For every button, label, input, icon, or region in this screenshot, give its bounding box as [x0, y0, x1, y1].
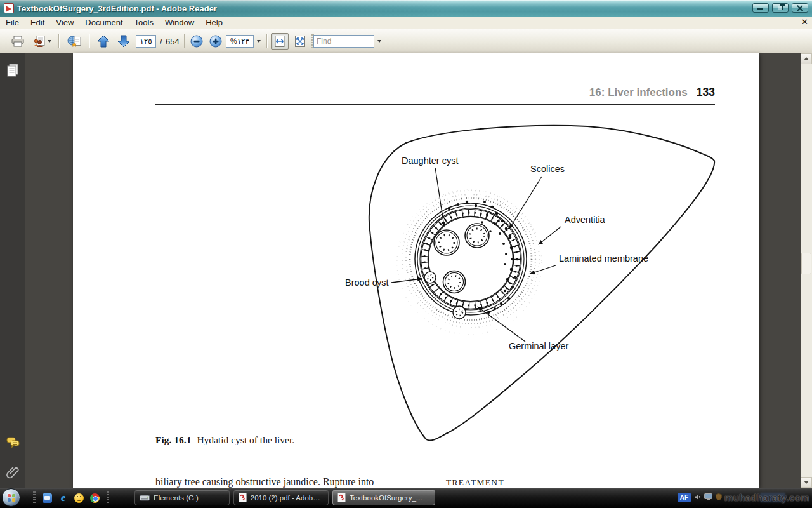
fit-page-icon — [294, 35, 306, 48]
drive-icon — [140, 494, 150, 502]
zoom-dropdown-button[interactable] — [254, 35, 263, 48]
scrollbar-thumb[interactable] — [801, 253, 811, 274]
pages-panel-icon[interactable] — [6, 64, 19, 80]
display-icon[interactable] — [704, 493, 712, 500]
title-bar: TextbookOfSurgery_3rdEdition.pdf - Adobe… — [0, 0, 812, 17]
menu-item-tools[interactable]: Tools — [129, 17, 159, 29]
fit-width-icon — [273, 35, 286, 48]
restore-icon — [778, 6, 783, 10]
quick-launch-bar: e — [29, 488, 113, 508]
pdf-icon — [337, 493, 346, 502]
messenger-smiley-icon[interactable] — [74, 493, 84, 504]
zoom-out-button[interactable] — [188, 33, 206, 50]
label-laminated-membrane: Laminated membrane — [559, 253, 648, 264]
find-dropdown-button[interactable] — [374, 35, 384, 48]
label-brood-cyst: Brood cyst — [345, 277, 389, 288]
collaborate-online-button[interactable] — [63, 33, 85, 50]
comments-panel-icon[interactable] — [6, 437, 20, 451]
quick-launch-handle[interactable] — [107, 491, 109, 504]
fit-width-button[interactable] — [271, 33, 289, 50]
page-total: 654 — [166, 37, 180, 46]
restore-button[interactable] — [772, 3, 789, 13]
page-number: 133 — [697, 86, 715, 99]
internet-explorer-icon[interactable]: e — [58, 493, 69, 504]
page-separator: / — [160, 37, 162, 46]
document-view[interactable]: 16: Liver infections 133 — [26, 53, 801, 488]
header-rule — [155, 104, 715, 105]
label-adventitia: Adventitia — [565, 215, 606, 225]
menu-item-edit[interactable]: Edit — [25, 17, 50, 29]
zoom-in-icon — [209, 34, 223, 48]
next-page-button[interactable] — [114, 33, 133, 50]
print-button[interactable] — [8, 33, 28, 50]
scroll-down-button[interactable] — [801, 477, 812, 488]
scroll-down-icon — [804, 481, 809, 484]
quick-launch-app-icon[interactable] — [42, 493, 53, 504]
globe-document-icon — [67, 36, 81, 47]
scroll-up-icon — [804, 57, 809, 60]
taskbar-button-2010-pdf[interactable]: 2010 (2).pdf - Adobe ... — [233, 490, 329, 505]
language-bar-indicator[interactable]: AF — [678, 493, 691, 502]
label-germinal-layer: Germinal layer — [509, 341, 568, 351]
label-daughter-cyst: Daughter cyst — [402, 156, 458, 166]
menu-item-window[interactable]: Window — [159, 17, 200, 29]
printer-icon — [11, 36, 24, 47]
figure-caption-text: Hydatid cyst of the liver. — [197, 434, 294, 445]
vertical-scrollbar[interactable] — [801, 53, 812, 488]
zoom-in-button[interactable] — [207, 33, 225, 50]
scroll-up-button[interactable] — [801, 53, 812, 64]
main-area: 16: Liver infections 133 — [0, 53, 812, 488]
zoom-level-input[interactable] — [226, 35, 254, 48]
find-caret-icon — [377, 40, 381, 43]
taskbar-button-textbook-pdf[interactable]: TextbookOfSurgery_... — [332, 490, 435, 505]
fit-page-button[interactable] — [291, 33, 309, 50]
minimize-button[interactable] — [752, 3, 769, 13]
previous-page-button[interactable] — [94, 33, 113, 50]
minimize-icon — [757, 8, 763, 10]
taskbar-button-elements[interactable]: Elements (G:) — [134, 490, 230, 505]
label-scolices: Scolices — [530, 164, 565, 174]
find-input[interactable] — [313, 35, 374, 48]
app-window: TextbookOfSurgery_3rdEdition.pdf - Adobe… — [0, 0, 812, 508]
toolbar: / 654 — [0, 29, 812, 53]
down-arrow-icon — [117, 34, 131, 48]
menu-item-document[interactable]: Document — [79, 17, 128, 29]
close-button[interactable] — [792, 3, 808, 13]
attachments-panel-icon[interactable] — [6, 465, 19, 481]
update-shield-icon[interactable] — [716, 493, 722, 500]
volume-icon[interactable] — [694, 494, 701, 500]
figure-caption: Fig. 16.1Hydatid cyst of the liver. — [155, 434, 294, 446]
menu-item-view[interactable]: View — [50, 17, 79, 29]
body-heading-right-column: TREATMENT — [446, 478, 504, 488]
share-review-button[interactable] — [29, 33, 55, 50]
watermark-text: muhadharaty.com — [724, 492, 809, 503]
page-header: 16: Liver infections 133 — [589, 86, 715, 99]
system-tray: AF muhadharaty.com — [674, 488, 812, 508]
menu-item-file[interactable]: File — [0, 17, 25, 29]
people-document-icon — [33, 36, 46, 47]
navigation-sidebar — [0, 53, 25, 488]
up-arrow-icon — [96, 34, 110, 48]
page-number-input[interactable] — [136, 35, 156, 48]
close-document-icon[interactable]: ✕ — [801, 17, 808, 27]
start-button[interactable] — [2, 488, 20, 507]
pdf-file-icon — [4, 3, 14, 13]
pdf-icon — [239, 493, 247, 502]
figure-caption-label: Fig. 16.1 — [155, 434, 191, 445]
menu-item-help[interactable]: Help — [200, 17, 228, 29]
zoom-out-icon — [190, 34, 204, 48]
chapter-title: 16: Liver infections — [589, 86, 688, 99]
chrome-icon[interactable] — [89, 493, 100, 504]
quick-launch-handle[interactable] — [33, 491, 36, 504]
figure-hydatid-cyst: Daughter cyst Scolices Adventitia Lamina… — [343, 121, 723, 451]
taskbar: e Elements (G:) 2010 (2).pdf - Adobe ... — [0, 488, 812, 508]
menu-bar: File Edit View Document Tools Window Hel… — [0, 17, 812, 29]
window-title: TextbookOfSurgery_3rdEdition.pdf - Adobe… — [17, 4, 217, 13]
zoom-caret-icon — [257, 40, 261, 43]
body-text-left-column: biliary tree causing obstructive jaundic… — [155, 476, 374, 488]
share-caret-icon — [48, 40, 51, 43]
pdf-page: 16: Liver infections 133 — [73, 53, 759, 488]
